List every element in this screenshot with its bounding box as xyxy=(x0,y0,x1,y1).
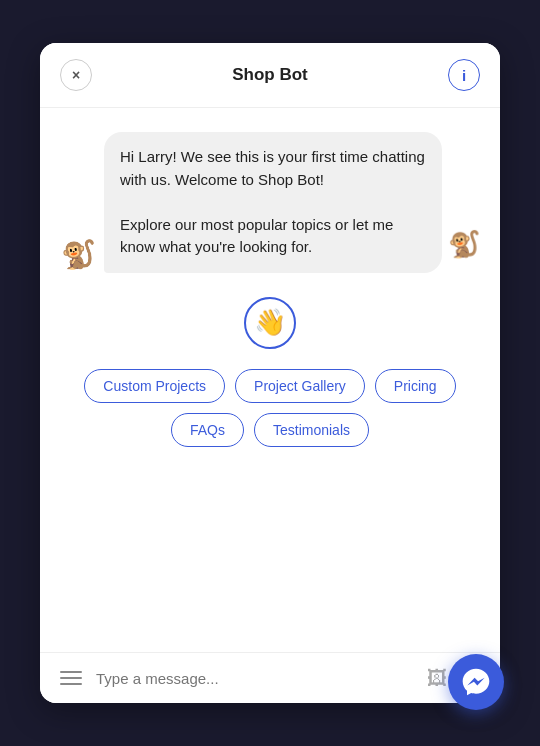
message-input[interactable] xyxy=(96,670,417,687)
close-button[interactable]: × xyxy=(60,59,92,91)
bot-message-row: 🐒 Hi Larry! We see this is your first ti… xyxy=(60,132,480,273)
bot-avatar: 🐒 xyxy=(60,237,96,273)
secondary-monkey: 🐒 xyxy=(448,229,480,273)
quick-replies: Custom Projects Project Gallery Pricing … xyxy=(60,369,480,447)
wave-circle: 👋 xyxy=(244,297,296,349)
chat-footer: 🖼 👍 xyxy=(40,652,500,703)
chat-header: × Shop Bot i xyxy=(40,43,500,108)
image-icon[interactable]: 🖼 xyxy=(427,667,447,690)
info-button[interactable]: i xyxy=(448,59,480,91)
quick-reply-faqs[interactable]: FAQs xyxy=(171,413,244,447)
wave-emoji: 👋 xyxy=(254,307,286,338)
quick-reply-project-gallery[interactable]: Project Gallery xyxy=(235,369,365,403)
messenger-fab[interactable] xyxy=(448,654,504,710)
chat-body: 🐒 Hi Larry! We see this is your first ti… xyxy=(40,108,500,652)
bot-message-bubble: Hi Larry! We see this is your first time… xyxy=(104,132,442,273)
messenger-fab-icon xyxy=(461,667,491,697)
quick-reply-pricing[interactable]: Pricing xyxy=(375,369,456,403)
greeting-text: Hi Larry! We see this is your first time… xyxy=(120,148,425,255)
menu-icon[interactable] xyxy=(56,667,86,689)
quick-reply-testimonials[interactable]: Testimonials xyxy=(254,413,369,447)
quick-reply-custom-projects[interactable]: Custom Projects xyxy=(84,369,225,403)
chat-window: × Shop Bot i 🐒 Hi Larry! We see this is … xyxy=(40,43,500,703)
chat-title: Shop Bot xyxy=(232,65,308,85)
wave-icon-row: 👋 xyxy=(60,297,480,349)
